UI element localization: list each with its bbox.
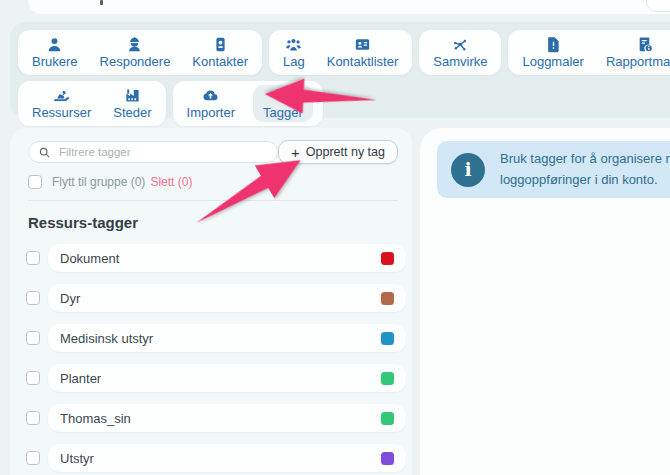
tab-label: Kontakter: [192, 54, 248, 69]
tab-label: Importer: [187, 105, 235, 120]
tab-label: Tagger: [263, 105, 303, 120]
tab-label: Lag: [283, 54, 305, 69]
bulk-delete-label[interactable]: Slett (0): [150, 175, 192, 189]
admin-settings-page: Brukere Respondere Kontakter Lag: [0, 0, 670, 475]
nav-group-collab: Samvirke: [419, 30, 501, 75]
tab-respondere[interactable]: Respondere: [96, 34, 175, 71]
cloud-upload-icon: [202, 87, 219, 104]
tag-checkbox[interactable]: [26, 411, 40, 425]
info-box: i Bruk tagger for å organisere res loggo…: [437, 141, 670, 198]
tab-label: Brukere: [32, 54, 78, 69]
tag-filter: [28, 141, 278, 163]
nav-group-import-tags: Importer Tagger: [173, 81, 323, 126]
tag-name: Dyr: [60, 291, 80, 306]
info-icon-glyph: i: [464, 160, 471, 179]
responder-icon: [126, 36, 143, 53]
clipped-top-header: [28, 0, 670, 14]
tab-samvirke[interactable]: Samvirke: [429, 34, 491, 71]
tags-panel: + Opprett ny tag Flytt til gruppe (0) Sl…: [10, 128, 412, 475]
tag-row: Thomas_sin: [26, 404, 406, 432]
tag-name: Utstyr: [60, 451, 94, 466]
tab-rapportmaler[interactable]: Rapportmaler: [602, 34, 670, 71]
tab-importer[interactable]: Importer: [183, 85, 239, 122]
tab-label: Rapportmaler: [606, 54, 670, 69]
tab-ressurser[interactable]: Ressurser: [28, 85, 95, 122]
tab-label: Respondere: [100, 54, 171, 69]
tag-card[interactable]: Thomas_sin: [48, 404, 406, 432]
tag-filter-input[interactable]: [28, 141, 278, 163]
tag-row: Dyr: [26, 284, 406, 312]
tag-checkbox[interactable]: [26, 331, 40, 345]
nav-group-teams: Lag Kontaktlister: [269, 30, 412, 75]
section-title: Ressurs-tagger: [28, 214, 394, 231]
factory-icon: [124, 87, 141, 104]
select-all-checkbox[interactable]: [28, 175, 42, 189]
tag-row: Dokument: [26, 244, 406, 272]
tab-label: Steder: [113, 105, 151, 120]
snowmobile-icon: [53, 87, 70, 104]
tag-checkbox[interactable]: [26, 451, 40, 465]
divider: [28, 200, 398, 201]
tag-color-swatch: [381, 372, 394, 385]
tag-color-swatch: [381, 252, 394, 265]
tag-card[interactable]: Dyr: [48, 284, 406, 312]
tab-tagger[interactable]: Tagger: [253, 85, 313, 122]
user-icon: [46, 36, 63, 53]
nav-row-2: Ressurser Steder Importer Tagger: [18, 81, 670, 126]
plus-icon: +: [291, 145, 300, 160]
report-template-icon: [637, 36, 654, 53]
tag-row: Utstyr: [26, 444, 406, 472]
tab-label: Samvirke: [433, 54, 487, 69]
tab-kontakter[interactable]: Kontakter: [188, 34, 252, 71]
log-template-icon: [545, 36, 562, 53]
nav-group-templates: Loggmaler Rapportmaler Møtemaler: [508, 30, 670, 75]
info-text-line1: Bruk tagger for å organisere res: [500, 149, 670, 169]
tag-checkbox[interactable]: [26, 291, 40, 305]
tag-checkbox[interactable]: [26, 371, 40, 385]
tag-checkbox[interactable]: [26, 251, 40, 265]
tag-list: Dokument Dyr Medisinsk utstyr: [10, 244, 412, 472]
tag-color-swatch: [381, 452, 394, 465]
tag-name: Dokument: [60, 251, 119, 266]
nav-row-1: Brukere Respondere Kontakter Lag: [18, 30, 670, 75]
tab-steder[interactable]: Steder: [109, 85, 155, 122]
team-icon: [285, 36, 302, 53]
tags-icon: [274, 87, 291, 104]
tag-row: Medisinsk utstyr: [26, 324, 406, 352]
tag-color-swatch: [381, 332, 394, 345]
tag-card[interactable]: Utstyr: [48, 444, 406, 472]
tag-card[interactable]: Dokument: [48, 244, 406, 272]
nav-group-users: Brukere Respondere Kontakter: [18, 30, 262, 75]
info-text-line2: loggoppføringer i din konto.: [500, 170, 670, 190]
tag-row: Planter: [26, 364, 406, 392]
admin-nav: Brukere Respondere Kontakter Lag: [10, 22, 670, 118]
tag-color-swatch: [381, 412, 394, 425]
tab-brukere[interactable]: Brukere: [28, 34, 82, 71]
nav-group-resources: Ressurser Steder: [18, 81, 166, 126]
bulk-actions-row: Flytt til gruppe (0) Slett (0): [28, 175, 394, 189]
bulk-move-label[interactable]: Flytt til gruppe (0): [52, 175, 145, 189]
create-tag-button-label: Opprett ny tag: [306, 145, 385, 159]
tags-info-panel: i Bruk tagger for å organisere res loggo…: [420, 128, 670, 475]
network-icon: [452, 36, 469, 53]
tab-kontaktlister[interactable]: Kontaktlister: [323, 34, 403, 71]
tags-toolbar: + Opprett ny tag: [10, 128, 412, 164]
contact-card-icon: [212, 36, 229, 53]
clipped-header-text: [100, 0, 103, 5]
tag-card[interactable]: Planter: [48, 364, 406, 392]
tag-color-swatch: [381, 292, 394, 305]
tab-label: Loggmaler: [522, 54, 583, 69]
tag-card[interactable]: Medisinsk utstyr: [48, 324, 406, 352]
info-text: Bruk tagger for å organisere res loggopp…: [500, 149, 670, 189]
tab-label: Ressurser: [32, 105, 91, 120]
create-tag-button[interactable]: + Opprett ny tag: [278, 140, 398, 164]
tag-name: Thomas_sin: [60, 411, 131, 426]
info-icon: i: [451, 153, 485, 187]
tag-name: Planter: [60, 371, 101, 386]
contact-list-icon: [354, 36, 371, 53]
tab-label: Kontaktlister: [327, 54, 399, 69]
search-icon: [38, 145, 51, 158]
tab-loggmaler[interactable]: Loggmaler: [518, 34, 587, 71]
tab-lag[interactable]: Lag: [279, 34, 309, 71]
tag-name: Medisinsk utstyr: [60, 331, 153, 346]
